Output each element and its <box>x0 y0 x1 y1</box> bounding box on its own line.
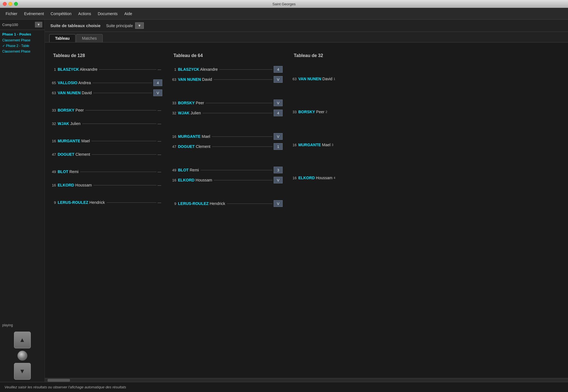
close-button[interactable] <box>3 2 7 6</box>
player-row: 33 BORSKY Peer — <box>50 106 162 115</box>
round-32: Tableau de 32 63 VAN NUNEN David 1 33 BO… <box>291 48 381 208</box>
round-64: Tableau de 64 1 BLASZYCK Alexandre 4 63 … <box>171 48 283 208</box>
player-row: 9 LERUS-ROULEZ Hendrick V <box>171 199 283 208</box>
window-title: Saint Georges <box>272 2 295 6</box>
player-row: 49 BLOT Remi — <box>50 167 162 176</box>
suite-value: Suite principale <box>106 23 133 28</box>
comp-selector: Comp100 ▼ <box>0 20 44 30</box>
sidebar-phase-1[interactable]: Phase 1 - Poules <box>0 30 44 37</box>
tournament-bracket: Tableau de 128 1 BLASZYCK Alexandre — 65… <box>50 45 562 208</box>
main-layout: Comp100 ▼ Phase 1 - Poules Classement Ph… <box>0 20 568 382</box>
sidebar-classement-phase-1[interactable]: Classement Phase <box>0 37 44 43</box>
menu-bar: Fichier Evénement Compétition Actions Do… <box>0 8 568 20</box>
horizontal-scrollbar[interactable] <box>45 378 568 382</box>
menu-competition[interactable]: Compétition <box>47 10 75 17</box>
player-row: 16 ELKORD Houssam 4 <box>291 173 381 182</box>
hscroll-thumb[interactable] <box>48 379 70 382</box>
player-row: 1 BLASZYCK Alexandre — <box>50 65 162 74</box>
maximize-button[interactable] <box>14 2 18 6</box>
tab-matches[interactable]: Matches <box>76 34 103 42</box>
status-bar: Veuillez saisir les résultats ou observe… <box>0 382 568 392</box>
player-row: 32 WJAK Julien 4 <box>171 108 283 117</box>
player-row: 63 VAN NUNEN David 1 <box>291 74 381 83</box>
suite-label: Suite de tableaux choisie <box>50 23 100 28</box>
player-row: 65 VALLOSIO Andrea 4 <box>50 78 162 87</box>
suite-selector: Suite principale ▼ <box>106 22 144 29</box>
player-row: 63 VAN NUNEN David V <box>50 88 162 97</box>
tabs-bar: Tableau Matches <box>45 32 568 42</box>
player-row: 16 MURGANTE Mael V <box>171 132 283 141</box>
player-row: 47 DOGUET Clement 1 <box>171 142 283 151</box>
player-row: 16 MURGANTE Mael — <box>50 136 162 145</box>
round-64-header: Tableau de 64 <box>171 48 283 65</box>
playing-label: playing <box>0 321 44 329</box>
bracket-area[interactable]: Tableau de 128 1 BLASZYCK Alexandre — 65… <box>45 42 568 378</box>
top-bar: Suite de tableaux choisie Suite principa… <box>45 20 568 32</box>
round-32-header: Tableau de 32 <box>291 48 381 65</box>
nav-ball <box>17 351 27 361</box>
player-row: 63 VAN NUNEN David V <box>171 75 283 84</box>
player-row: 33 BORSKY Peer 2 <box>291 107 381 116</box>
nav-down-button[interactable]: ▼ <box>14 363 31 380</box>
player-row: 47 DOGUET Clement — <box>50 150 162 159</box>
player-row: 33 BORSKY Peer V <box>171 98 283 107</box>
comp-label: Comp100 <box>2 23 35 27</box>
content-area: Suite de tableaux choisie Suite principa… <box>45 20 568 382</box>
tab-tableau[interactable]: Tableau <box>49 34 76 42</box>
player-row: 1 BLASZYCK Alexandre 4 <box>171 65 283 74</box>
comp-dropdown-button[interactable]: ▼ <box>35 22 42 27</box>
menu-aide[interactable]: Aide <box>121 10 135 17</box>
player-row: 49 BLOT Remi 3 <box>171 166 283 174</box>
round-128: Tableau de 128 1 BLASZYCK Alexandre — 65… <box>50 48 162 208</box>
title-bar: Saint Georges <box>0 0 568 8</box>
suite-dropdown-button[interactable]: ▼ <box>135 22 144 29</box>
nav-arrows: ▲ ▼ <box>0 329 44 382</box>
status-message: Veuillez saisir les résultats ou observe… <box>4 385 126 389</box>
player-row: 32 WJAK Julien — <box>50 119 162 128</box>
sidebar: Comp100 ▼ Phase 1 - Poules Classement Ph… <box>0 20 45 382</box>
menu-documents[interactable]: Documents <box>94 10 121 17</box>
nav-up-button[interactable]: ▲ <box>14 332 31 348</box>
round-128-header: Tableau de 128 <box>50 48 162 65</box>
player-row: 16 ELKORD Houssam — <box>50 181 162 190</box>
menu-fichier[interactable]: Fichier <box>2 10 21 17</box>
player-row: 16 ELKORD Houssam V <box>171 176 283 185</box>
minimize-button[interactable] <box>8 2 12 6</box>
player-row: 16 MURGANTE Mael 3 <box>291 140 381 149</box>
menu-evenement[interactable]: Evénement <box>21 10 47 17</box>
player-row: 9 LERUS-ROULEZ Hendrick — <box>50 198 162 207</box>
window-controls <box>3 2 18 6</box>
sidebar-classement-phase-2[interactable]: Classement Phase <box>0 49 44 54</box>
sidebar-phase-2[interactable]: Phase 2 - Table <box>0 43 44 49</box>
menu-actions[interactable]: Actions <box>75 10 95 17</box>
